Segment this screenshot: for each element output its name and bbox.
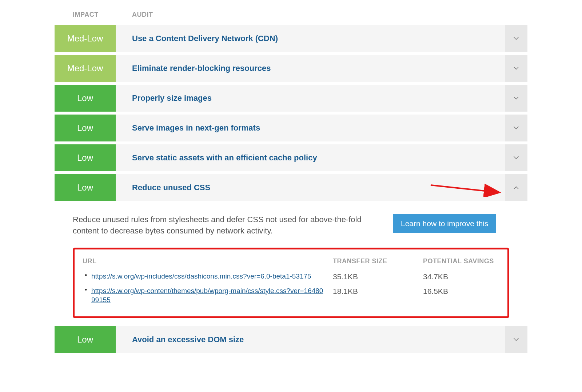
expand-toggle[interactable] bbox=[505, 85, 527, 112]
potential-savings: 34.7KB bbox=[423, 272, 499, 281]
url-link[interactable]: https://s.w.org/wp-includes/css/dashicon… bbox=[91, 272, 311, 281]
impact-badge: Low bbox=[55, 115, 116, 141]
audit-row-dom-size[interactable]: Low Avoid an excessive DOM size bbox=[55, 326, 527, 353]
expand-toggle[interactable] bbox=[505, 144, 527, 171]
impact-badge: Low bbox=[55, 326, 116, 353]
expand-toggle[interactable] bbox=[505, 326, 527, 353]
header-impact: IMPACT bbox=[55, 11, 116, 19]
expand-toggle[interactable] bbox=[505, 115, 527, 141]
expand-toggle[interactable] bbox=[505, 25, 527, 52]
audit-row-render-blocking[interactable]: Med-Low Eliminate render-blocking resour… bbox=[55, 55, 527, 82]
transfer-size: 35.1KB bbox=[333, 272, 423, 281]
detail-row: https://s.w.org/wp-content/themes/pub/wp… bbox=[83, 286, 499, 305]
expand-toggle[interactable] bbox=[505, 55, 527, 82]
url-link[interactable]: https://s.w.org/wp-content/themes/pub/wp… bbox=[91, 286, 324, 305]
audit-row-unused-css[interactable]: Low Reduce unused CSS bbox=[55, 174, 527, 201]
audit-title: Eliminate render-blocking resources bbox=[116, 55, 505, 82]
impact-badge: Med-Low bbox=[55, 25, 116, 52]
chevron-down-icon bbox=[512, 336, 520, 344]
url-cell: https://s.w.org/wp-content/themes/pub/wp… bbox=[83, 286, 333, 305]
audit-description: Reduce unused rules from stylesheets and… bbox=[73, 214, 378, 237]
collapse-toggle[interactable] bbox=[505, 174, 527, 201]
audit-row-wrapper: Low Reduce unused CSS bbox=[55, 174, 527, 201]
learn-button[interactable]: Learn how to improve this bbox=[393, 214, 496, 233]
table-header: IMPACT AUDIT bbox=[55, 7, 527, 25]
col-url-header: URL bbox=[83, 257, 333, 265]
impact-badge: Low bbox=[55, 144, 116, 171]
transfer-size: 18.1KB bbox=[333, 286, 423, 296]
audit-title: Avoid an excessive DOM size bbox=[116, 326, 505, 353]
chevron-down-icon bbox=[512, 94, 520, 102]
impact-badge: Med-Low bbox=[55, 55, 116, 82]
detail-row: https://s.w.org/wp-includes/css/dashicon… bbox=[83, 272, 499, 281]
chevron-down-icon bbox=[512, 35, 520, 43]
col-savings-header: POTENTIAL SAVINGS bbox=[423, 257, 499, 265]
audit-title: Serve static assets with an efficient ca… bbox=[116, 144, 505, 171]
col-transfer-header: TRANSFER SIZE bbox=[333, 257, 423, 265]
potential-savings: 16.5KB bbox=[423, 286, 499, 296]
audit-title: Properly size images bbox=[116, 85, 505, 112]
expanded-section: Reduce unused rules from stylesheets and… bbox=[55, 204, 527, 326]
audit-row-cache-policy[interactable]: Low Serve static assets with an efficien… bbox=[55, 144, 527, 171]
audit-table: IMPACT AUDIT Med-Low Use a Content Deliv… bbox=[55, 7, 527, 353]
impact-badge: Low bbox=[55, 174, 116, 201]
detail-header: URL TRANSFER SIZE POTENTIAL SAVINGS bbox=[83, 257, 499, 265]
detail-table: URL TRANSFER SIZE POTENTIAL SAVINGS http… bbox=[73, 248, 509, 318]
expanded-top: Reduce unused rules from stylesheets and… bbox=[73, 214, 509, 237]
url-cell: https://s.w.org/wp-includes/css/dashicon… bbox=[83, 272, 333, 281]
audit-title: Reduce unused CSS bbox=[116, 174, 505, 201]
chevron-up-icon bbox=[512, 184, 520, 192]
audit-row-nextgen[interactable]: Low Serve images in next-gen formats bbox=[55, 115, 527, 141]
audit-title: Use a Content Delivery Network (CDN) bbox=[116, 25, 505, 52]
header-audit: AUDIT bbox=[116, 11, 153, 19]
chevron-down-icon bbox=[512, 154, 520, 162]
audit-title: Serve images in next-gen formats bbox=[116, 115, 505, 141]
chevron-down-icon bbox=[512, 124, 520, 132]
impact-badge: Low bbox=[55, 85, 116, 112]
chevron-down-icon bbox=[512, 64, 520, 72]
audit-row-size-images[interactable]: Low Properly size images bbox=[55, 85, 527, 112]
audit-row-cdn[interactable]: Med-Low Use a Content Delivery Network (… bbox=[55, 25, 527, 52]
